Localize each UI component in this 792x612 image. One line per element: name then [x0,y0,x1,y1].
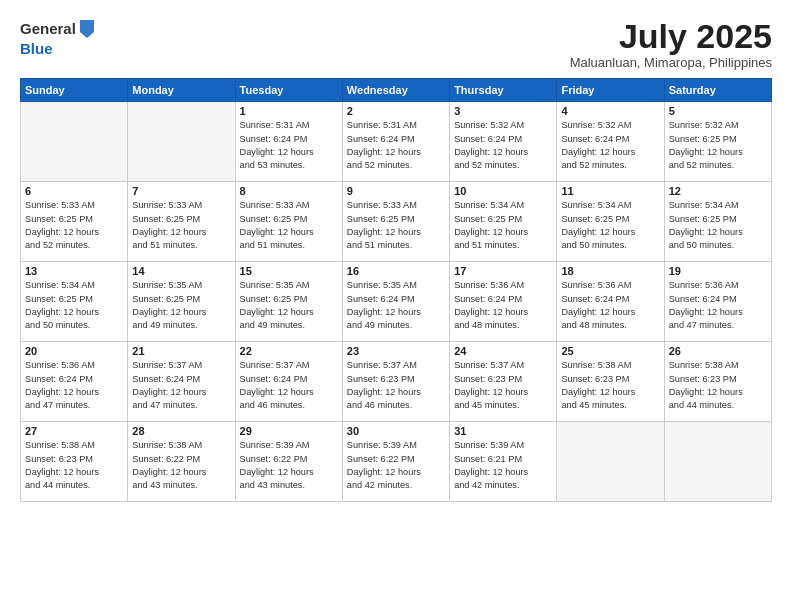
calendar-cell: 9Sunrise: 5:33 AMSunset: 6:25 PMDaylight… [342,182,449,262]
calendar-cell [664,422,771,502]
day-number: 29 [240,425,338,437]
title-block: July 2025 Maluanluan, Mimaropa, Philippi… [570,18,772,70]
day-number: 12 [669,185,767,197]
day-info: Sunrise: 5:39 AMSunset: 6:21 PMDaylight:… [454,439,552,492]
day-number: 25 [561,345,659,357]
day-number: 8 [240,185,338,197]
day-info: Sunrise: 5:34 AMSunset: 6:25 PMDaylight:… [454,199,552,252]
day-number: 7 [132,185,230,197]
day-info: Sunrise: 5:38 AMSunset: 6:23 PMDaylight:… [669,359,767,412]
day-info: Sunrise: 5:39 AMSunset: 6:22 PMDaylight:… [347,439,445,492]
month-title: July 2025 [570,18,772,55]
day-number: 19 [669,265,767,277]
logo-general: General [20,20,76,38]
calendar-cell: 1Sunrise: 5:31 AMSunset: 6:24 PMDaylight… [235,102,342,182]
calendar-cell: 13Sunrise: 5:34 AMSunset: 6:25 PMDayligh… [21,262,128,342]
day-info: Sunrise: 5:36 AMSunset: 6:24 PMDaylight:… [561,279,659,332]
calendar-cell: 8Sunrise: 5:33 AMSunset: 6:25 PMDaylight… [235,182,342,262]
calendar-cell: 23Sunrise: 5:37 AMSunset: 6:23 PMDayligh… [342,342,449,422]
day-number: 18 [561,265,659,277]
day-info: Sunrise: 5:34 AMSunset: 6:25 PMDaylight:… [25,279,123,332]
calendar-cell: 20Sunrise: 5:36 AMSunset: 6:24 PMDayligh… [21,342,128,422]
day-info: Sunrise: 5:32 AMSunset: 6:24 PMDaylight:… [561,119,659,172]
day-number: 1 [240,105,338,117]
day-number: 6 [25,185,123,197]
day-info: Sunrise: 5:31 AMSunset: 6:24 PMDaylight:… [347,119,445,172]
day-number: 21 [132,345,230,357]
day-number: 31 [454,425,552,437]
calendar-cell: 15Sunrise: 5:35 AMSunset: 6:25 PMDayligh… [235,262,342,342]
weekday-header-tuesday: Tuesday [235,79,342,102]
week-row-4: 20Sunrise: 5:36 AMSunset: 6:24 PMDayligh… [21,342,772,422]
calendar-cell: 25Sunrise: 5:38 AMSunset: 6:23 PMDayligh… [557,342,664,422]
location: Maluanluan, Mimaropa, Philippines [570,55,772,70]
weekday-header-friday: Friday [557,79,664,102]
day-info: Sunrise: 5:36 AMSunset: 6:24 PMDaylight:… [25,359,123,412]
day-info: Sunrise: 5:31 AMSunset: 6:24 PMDaylight:… [240,119,338,172]
calendar-table: SundayMondayTuesdayWednesdayThursdayFrid… [20,78,772,502]
day-info: Sunrise: 5:34 AMSunset: 6:25 PMDaylight:… [561,199,659,252]
logo-blue: Blue [20,40,96,58]
day-info: Sunrise: 5:37 AMSunset: 6:24 PMDaylight:… [132,359,230,412]
day-number: 22 [240,345,338,357]
day-number: 4 [561,105,659,117]
day-info: Sunrise: 5:37 AMSunset: 6:23 PMDaylight:… [347,359,445,412]
day-number: 15 [240,265,338,277]
calendar-cell: 10Sunrise: 5:34 AMSunset: 6:25 PMDayligh… [450,182,557,262]
calendar-cell: 2Sunrise: 5:31 AMSunset: 6:24 PMDaylight… [342,102,449,182]
calendar-cell: 11Sunrise: 5:34 AMSunset: 6:25 PMDayligh… [557,182,664,262]
weekday-header-row: SundayMondayTuesdayWednesdayThursdayFrid… [21,79,772,102]
day-number: 14 [132,265,230,277]
calendar-cell: 22Sunrise: 5:37 AMSunset: 6:24 PMDayligh… [235,342,342,422]
day-info: Sunrise: 5:38 AMSunset: 6:23 PMDaylight:… [561,359,659,412]
calendar-cell: 12Sunrise: 5:34 AMSunset: 6:25 PMDayligh… [664,182,771,262]
calendar-cell: 6Sunrise: 5:33 AMSunset: 6:25 PMDaylight… [21,182,128,262]
day-info: Sunrise: 5:37 AMSunset: 6:23 PMDaylight:… [454,359,552,412]
day-info: Sunrise: 5:36 AMSunset: 6:24 PMDaylight:… [669,279,767,332]
day-info: Sunrise: 5:39 AMSunset: 6:22 PMDaylight:… [240,439,338,492]
calendar-cell: 7Sunrise: 5:33 AMSunset: 6:25 PMDaylight… [128,182,235,262]
day-number: 9 [347,185,445,197]
calendar-cell: 18Sunrise: 5:36 AMSunset: 6:24 PMDayligh… [557,262,664,342]
calendar-cell [128,102,235,182]
day-number: 30 [347,425,445,437]
calendar-cell: 17Sunrise: 5:36 AMSunset: 6:24 PMDayligh… [450,262,557,342]
day-info: Sunrise: 5:34 AMSunset: 6:25 PMDaylight:… [669,199,767,252]
day-info: Sunrise: 5:35 AMSunset: 6:25 PMDaylight:… [132,279,230,332]
week-row-3: 13Sunrise: 5:34 AMSunset: 6:25 PMDayligh… [21,262,772,342]
header: General Blue July 2025 Maluanluan, Mimar… [20,18,772,70]
calendar-cell: 21Sunrise: 5:37 AMSunset: 6:24 PMDayligh… [128,342,235,422]
calendar-cell: 14Sunrise: 5:35 AMSunset: 6:25 PMDayligh… [128,262,235,342]
day-info: Sunrise: 5:33 AMSunset: 6:25 PMDaylight:… [240,199,338,252]
week-row-5: 27Sunrise: 5:38 AMSunset: 6:23 PMDayligh… [21,422,772,502]
day-info: Sunrise: 5:32 AMSunset: 6:24 PMDaylight:… [454,119,552,172]
day-number: 28 [132,425,230,437]
week-row-1: 1Sunrise: 5:31 AMSunset: 6:24 PMDaylight… [21,102,772,182]
calendar-cell [21,102,128,182]
calendar-cell: 27Sunrise: 5:38 AMSunset: 6:23 PMDayligh… [21,422,128,502]
page: General Blue July 2025 Maluanluan, Mimar… [0,0,792,612]
calendar-cell: 16Sunrise: 5:35 AMSunset: 6:24 PMDayligh… [342,262,449,342]
day-number: 11 [561,185,659,197]
calendar-cell: 26Sunrise: 5:38 AMSunset: 6:23 PMDayligh… [664,342,771,422]
day-info: Sunrise: 5:37 AMSunset: 6:24 PMDaylight:… [240,359,338,412]
calendar-cell: 31Sunrise: 5:39 AMSunset: 6:21 PMDayligh… [450,422,557,502]
day-info: Sunrise: 5:35 AMSunset: 6:25 PMDaylight:… [240,279,338,332]
calendar-cell: 19Sunrise: 5:36 AMSunset: 6:24 PMDayligh… [664,262,771,342]
day-info: Sunrise: 5:33 AMSunset: 6:25 PMDaylight:… [132,199,230,252]
calendar-cell [557,422,664,502]
day-info: Sunrise: 5:38 AMSunset: 6:22 PMDaylight:… [132,439,230,492]
day-number: 20 [25,345,123,357]
day-number: 5 [669,105,767,117]
day-info: Sunrise: 5:33 AMSunset: 6:25 PMDaylight:… [25,199,123,252]
calendar-cell: 4Sunrise: 5:32 AMSunset: 6:24 PMDaylight… [557,102,664,182]
day-number: 3 [454,105,552,117]
logo: General Blue [20,18,96,58]
day-info: Sunrise: 5:35 AMSunset: 6:24 PMDaylight:… [347,279,445,332]
calendar-cell: 29Sunrise: 5:39 AMSunset: 6:22 PMDayligh… [235,422,342,502]
calendar-cell: 28Sunrise: 5:38 AMSunset: 6:22 PMDayligh… [128,422,235,502]
calendar-cell: 5Sunrise: 5:32 AMSunset: 6:25 PMDaylight… [664,102,771,182]
day-info: Sunrise: 5:36 AMSunset: 6:24 PMDaylight:… [454,279,552,332]
calendar-cell: 3Sunrise: 5:32 AMSunset: 6:24 PMDaylight… [450,102,557,182]
day-number: 2 [347,105,445,117]
